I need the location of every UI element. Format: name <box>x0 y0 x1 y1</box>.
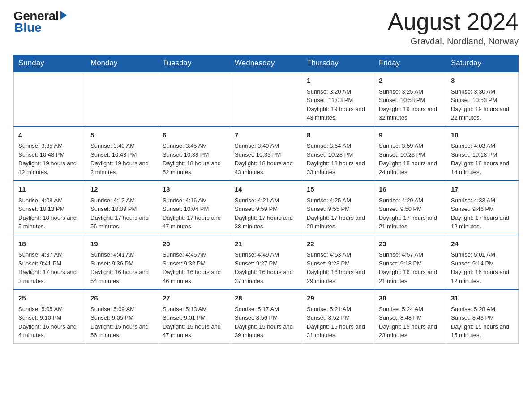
day-number: 19 <box>90 239 153 249</box>
logo: General Blue <box>13 9 67 35</box>
calendar-week-1: 1Sunrise: 3:20 AMSunset: 11:03 PMDayligh… <box>14 72 519 126</box>
cell-sun-info: Sunrise: 5:01 AMSunset: 9:14 PMDaylight:… <box>451 250 514 285</box>
calendar-cell-week1-day0 <box>14 72 86 126</box>
cell-sun-info: Sunrise: 5:17 AMSunset: 8:56 PMDaylight:… <box>235 305 297 340</box>
day-number: 7 <box>235 130 297 141</box>
cell-sun-info: Sunrise: 5:09 AMSunset: 9:05 PMDaylight:… <box>90 305 153 340</box>
calendar-cell-week3-day5: 16Sunrise: 4:29 AMSunset: 9:50 PMDayligh… <box>374 180 446 235</box>
location-text: Gravdal, Nordland, Norway <box>388 36 519 47</box>
day-number: 4 <box>18 130 81 141</box>
calendar-cell-week3-day0: 11Sunrise: 4:08 AMSunset: 10:13 PMDaylig… <box>14 180 86 235</box>
calendar-cell-week4-day4: 22Sunrise: 4:53 AMSunset: 9:23 PMDayligh… <box>302 235 374 290</box>
day-number: 23 <box>379 239 442 249</box>
calendar-week-5: 25Sunrise: 5:05 AMSunset: 9:10 PMDayligh… <box>14 289 519 343</box>
day-number: 8 <box>307 130 369 141</box>
day-number: 18 <box>18 239 81 249</box>
day-number: 27 <box>163 293 225 304</box>
calendar-cell-week2-day3: 7Sunrise: 3:49 AMSunset: 10:33 PMDayligh… <box>230 126 302 181</box>
day-number: 28 <box>235 293 297 304</box>
calendar-cell-week4-day6: 24Sunrise: 5:01 AMSunset: 9:14 PMDayligh… <box>446 235 519 290</box>
calendar-cell-week2-day5: 9Sunrise: 3:59 AMSunset: 10:23 PMDayligh… <box>374 126 446 181</box>
page-header: General Blue August 2024 Gravdal, Nordla… <box>13 9 519 47</box>
calendar-cell-week4-day1: 19Sunrise: 4:41 AMSunset: 9:36 PMDayligh… <box>86 235 158 290</box>
weekday-header-row: SundayMondayTuesdayWednesdayThursdayFrid… <box>14 55 519 72</box>
calendar-header: SundayMondayTuesdayWednesdayThursdayFrid… <box>14 55 519 72</box>
calendar-cell-week4-day3: 21Sunrise: 4:49 AMSunset: 9:27 PMDayligh… <box>230 235 302 290</box>
calendar-cell-week1-day2 <box>158 72 230 126</box>
day-number: 26 <box>90 293 153 304</box>
calendar-cell-week5-day3: 28Sunrise: 5:17 AMSunset: 8:56 PMDayligh… <box>230 289 302 343</box>
day-number: 15 <box>307 184 369 195</box>
calendar-cell-week5-day2: 27Sunrise: 5:13 AMSunset: 9:01 PMDayligh… <box>158 289 230 343</box>
calendar-cell-week2-day6: 10Sunrise: 4:03 AMSunset: 10:18 PMDaylig… <box>446 126 519 181</box>
calendar-cell-week1-day4: 1Sunrise: 3:20 AMSunset: 11:03 PMDayligh… <box>302 72 374 126</box>
calendar-week-2: 4Sunrise: 3:35 AMSunset: 10:48 PMDayligh… <box>14 126 519 181</box>
cell-sun-info: Sunrise: 4:49 AMSunset: 9:27 PMDaylight:… <box>235 250 297 285</box>
day-number: 14 <box>235 184 297 195</box>
cell-sun-info: Sunrise: 3:49 AMSunset: 10:33 PMDaylight… <box>235 141 297 176</box>
cell-sun-info: Sunrise: 3:40 AMSunset: 10:43 PMDaylight… <box>90 141 153 176</box>
cell-sun-info: Sunrise: 4:03 AMSunset: 10:18 PMDaylight… <box>451 141 514 176</box>
day-number: 21 <box>235 239 297 249</box>
calendar-cell-week2-day1: 5Sunrise: 3:40 AMSunset: 10:43 PMDayligh… <box>86 126 158 181</box>
day-number: 12 <box>90 184 153 195</box>
logo-arrow-icon <box>60 11 67 20</box>
day-number: 6 <box>163 130 225 141</box>
cell-sun-info: Sunrise: 4:25 AMSunset: 9:55 PMDaylight:… <box>307 196 369 231</box>
day-number: 3 <box>451 76 514 86</box>
calendar-body: 1Sunrise: 3:20 AMSunset: 11:03 PMDayligh… <box>14 72 519 343</box>
calendar-cell-week1-day5: 2Sunrise: 3:25 AMSunset: 10:58 PMDayligh… <box>374 72 446 126</box>
weekday-header-monday: Monday <box>86 55 158 72</box>
calendar-cell-week2-day4: 8Sunrise: 3:54 AMSunset: 10:28 PMDayligh… <box>302 126 374 181</box>
calendar-cell-week3-day4: 15Sunrise: 4:25 AMSunset: 9:55 PMDayligh… <box>302 180 374 235</box>
calendar-cell-week3-day6: 17Sunrise: 4:33 AMSunset: 9:46 PMDayligh… <box>446 180 519 235</box>
day-number: 13 <box>163 184 225 195</box>
day-number: 16 <box>379 184 442 195</box>
weekday-header-sunday: Sunday <box>14 55 86 72</box>
day-number: 17 <box>451 184 514 195</box>
cell-sun-info: Sunrise: 4:21 AMSunset: 9:59 PMDaylight:… <box>235 196 297 231</box>
cell-sun-info: Sunrise: 3:59 AMSunset: 10:23 PMDaylight… <box>379 141 442 176</box>
day-number: 22 <box>307 239 369 249</box>
cell-sun-info: Sunrise: 3:25 AMSunset: 10:58 PMDaylight… <box>379 87 442 122</box>
logo-blue-text: Blue <box>14 21 42 35</box>
cell-sun-info: Sunrise: 3:35 AMSunset: 10:48 PMDaylight… <box>18 141 81 176</box>
cell-sun-info: Sunrise: 4:08 AMSunset: 10:13 PMDaylight… <box>18 196 81 231</box>
cell-sun-info: Sunrise: 5:13 AMSunset: 9:01 PMDaylight:… <box>163 305 225 340</box>
calendar-cell-week5-day5: 30Sunrise: 5:24 AMSunset: 8:48 PMDayligh… <box>374 289 446 343</box>
day-number: 25 <box>18 293 81 304</box>
day-number: 30 <box>379 293 442 304</box>
calendar-cell-week5-day0: 25Sunrise: 5:05 AMSunset: 9:10 PMDayligh… <box>14 289 86 343</box>
cell-sun-info: Sunrise: 4:57 AMSunset: 9:18 PMDaylight:… <box>379 250 442 285</box>
calendar-cell-week4-day5: 23Sunrise: 4:57 AMSunset: 9:18 PMDayligh… <box>374 235 446 290</box>
day-number: 2 <box>379 76 442 86</box>
calendar-cell-week5-day4: 29Sunrise: 5:21 AMSunset: 8:52 PMDayligh… <box>302 289 374 343</box>
calendar-week-3: 11Sunrise: 4:08 AMSunset: 10:13 PMDaylig… <box>14 180 519 235</box>
day-number: 11 <box>18 184 81 195</box>
day-number: 5 <box>90 130 153 141</box>
cell-sun-info: Sunrise: 4:33 AMSunset: 9:46 PMDaylight:… <box>451 196 514 231</box>
weekday-header-friday: Friday <box>374 55 446 72</box>
weekday-header-thursday: Thursday <box>302 55 374 72</box>
calendar-cell-week5-day6: 31Sunrise: 5:28 AMSunset: 8:43 PMDayligh… <box>446 289 519 343</box>
weekday-header-tuesday: Tuesday <box>158 55 230 72</box>
day-number: 10 <box>451 130 514 141</box>
cell-sun-info: Sunrise: 4:45 AMSunset: 9:32 PMDaylight:… <box>163 250 225 285</box>
calendar-cell-week2-day0: 4Sunrise: 3:35 AMSunset: 10:48 PMDayligh… <box>14 126 86 181</box>
cell-sun-info: Sunrise: 5:21 AMSunset: 8:52 PMDaylight:… <box>307 305 369 340</box>
calendar-cell-week1-day6: 3Sunrise: 3:30 AMSunset: 10:53 PMDayligh… <box>446 72 519 126</box>
calendar-cell-week1-day3 <box>230 72 302 126</box>
cell-sun-info: Sunrise: 3:20 AMSunset: 11:03 PMDaylight… <box>307 87 369 122</box>
day-number: 29 <box>307 293 369 304</box>
cell-sun-info: Sunrise: 5:05 AMSunset: 9:10 PMDaylight:… <box>18 305 81 340</box>
calendar-week-4: 18Sunrise: 4:37 AMSunset: 9:41 PMDayligh… <box>14 235 519 290</box>
calendar-table: SundayMondayTuesdayWednesdayThursdayFrid… <box>13 55 519 344</box>
calendar-cell-week3-day1: 12Sunrise: 4:12 AMSunset: 10:09 PMDaylig… <box>86 180 158 235</box>
cell-sun-info: Sunrise: 4:53 AMSunset: 9:23 PMDaylight:… <box>307 250 369 285</box>
calendar-cell-week4-day2: 20Sunrise: 4:45 AMSunset: 9:32 PMDayligh… <box>158 235 230 290</box>
calendar-cell-week5-day1: 26Sunrise: 5:09 AMSunset: 9:05 PMDayligh… <box>86 289 158 343</box>
day-number: 1 <box>307 76 369 86</box>
calendar-cell-week4-day0: 18Sunrise: 4:37 AMSunset: 9:41 PMDayligh… <box>14 235 86 290</box>
cell-sun-info: Sunrise: 4:16 AMSunset: 10:04 PMDaylight… <box>163 196 225 231</box>
cell-sun-info: Sunrise: 3:30 AMSunset: 10:53 PMDaylight… <box>451 87 514 122</box>
